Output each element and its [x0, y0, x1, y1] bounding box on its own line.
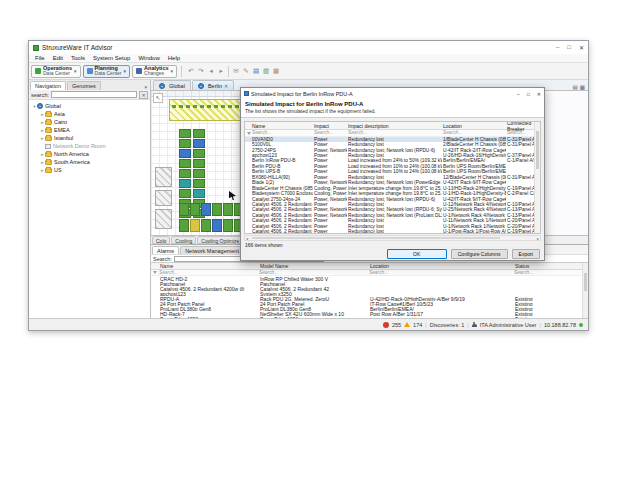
column-header-model-name[interactable]: Model Name: [258, 263, 368, 269]
column-filter[interactable]: Search...: [313, 130, 347, 135]
map-tab-colo[interactable]: Colo: [152, 236, 170, 244]
rack-block[interactable]: [193, 149, 205, 158]
column-header-location[interactable]: Location: [442, 123, 506, 129]
impact-row[interactable]: Catalyst 4506, 2 Redundant 4200w @PowerR…: [245, 224, 540, 229]
impact-row[interactable]: Catalyst 4506, 2 Redundant 4200w @Power,…: [245, 207, 540, 212]
mail-icon[interactable]: ✉: [231, 66, 241, 76]
column-header-name[interactable]: Name: [158, 263, 258, 269]
rack-block[interactable]: [179, 219, 189, 232]
impact-row[interactable]: Catalyst 4506, 2 Redundant 4200w @PowerR…: [245, 218, 540, 223]
rack-block[interactable]: [179, 159, 191, 168]
dialog-horizontal-scrollbar[interactable]: ◂▸: [244, 235, 541, 241]
tree-item-north-america[interactable]: ▸North America: [29, 150, 150, 158]
column-header-impact-description[interactable]: Impact description: [347, 123, 442, 129]
close-tab-icon[interactable]: ✕: [224, 83, 228, 89]
impact-row[interactable]: BladeCenter H Chassis (0852)Cooling, Pow…: [245, 185, 540, 190]
column-filter[interactable]: Search...: [157, 270, 257, 275]
tree-item-emea[interactable]: ▸EMEA: [29, 126, 150, 134]
rack-block[interactable]: [193, 129, 205, 138]
rack-block[interactable]: [193, 139, 205, 148]
column-filter[interactable]: Search...: [251, 130, 313, 135]
impact-row[interactable]: BX080-HILLA(90)PowerRedundancy lost12/Bl…: [245, 175, 540, 180]
minimize-icon[interactable]: –: [556, 44, 559, 51]
configure-columns-button[interactable]: Configure Columns: [451, 249, 508, 259]
impact-row[interactable]: 00VAND0PowerRedundancy lost1/BladeCenter…: [245, 137, 540, 142]
tree-item-istanbul[interactable]: ▸Istanbul: [29, 134, 150, 142]
undo-icon[interactable]: ↶: [186, 66, 196, 76]
impact-row[interactable]: Bladesystem C7000 EnclosureCooling, Powe…: [245, 191, 540, 196]
impact-row[interactable]: Berlin InRow PDU-BPowerLoad increased fr…: [245, 158, 540, 163]
impact-row[interactable]: Berlin PDU-BPowerLoad increased from 10%…: [245, 164, 540, 169]
maximize-icon[interactable]: □: [567, 44, 571, 51]
rack-block[interactable]: [223, 219, 233, 232]
impact-row[interactable]: Blade 1(2)Power, NetworkRedundancy lost;…: [245, 180, 540, 185]
dialog-minimize-icon[interactable]: –: [517, 91, 520, 97]
dialog-close-icon[interactable]: ✕: [537, 91, 541, 97]
dialog-table-scrollbar[interactable]: [534, 122, 540, 233]
column-filter[interactable]: Search...: [442, 130, 506, 135]
column-filter[interactable]: Search...: [512, 270, 572, 275]
tree-item-network-demo-room[interactable]: Network Demo Room: [29, 142, 150, 150]
redo-icon[interactable]: ↷: [196, 66, 206, 76]
ok-button[interactable]: OK: [387, 249, 447, 259]
tree-item-global[interactable]: ▾Global: [29, 102, 150, 110]
tree-item-cairo[interactable]: ▸Cairo: [29, 118, 150, 126]
close-icon[interactable]: ✕: [579, 44, 584, 51]
bottom-tab-network-management[interactable]: Network Management: [180, 246, 244, 254]
clear-search-button[interactable]: ✕: [139, 91, 148, 99]
column-filter[interactable]: Search...: [257, 270, 367, 275]
menu-item-tools[interactable]: Tools: [67, 55, 89, 61]
impact-row[interactable]: 2750-24PSPower, NetworkRedundancy lost; …: [245, 147, 540, 152]
rack-block[interactable]: [190, 203, 200, 216]
tree-item-asia[interactable]: ▸Asia: [29, 110, 150, 118]
bottom-tab-alarms[interactable]: Alarms: [152, 246, 179, 254]
tree-item-south-america[interactable]: ▸South America: [29, 158, 150, 166]
impact-row[interactable]: Berlin UPS-BPowerLoad increased from 10%…: [245, 169, 540, 174]
menu-item-file[interactable]: File: [31, 55, 49, 61]
rack-block[interactable]: [179, 149, 191, 158]
edit-icon[interactable]: ✎: [241, 66, 251, 76]
export-icon[interactable]: ▥: [261, 66, 271, 76]
back-icon[interactable]: ◂: [206, 66, 216, 76]
rack-block[interactable]: [223, 203, 233, 216]
tab-global[interactable]: Global: [153, 80, 191, 90]
dialog-maximize-icon[interactable]: □: [527, 91, 530, 97]
column-header-status[interactable]: Status: [513, 263, 573, 269]
rack-block[interactable]: [179, 139, 191, 148]
perspective-analytics[interactable]: AnalyticsChanges▾: [132, 65, 177, 78]
column-filter[interactable]: Search...: [367, 270, 512, 275]
layout-view-icon[interactable]: ▤: [573, 84, 578, 90]
column-filter[interactable]: Search...: [347, 130, 442, 135]
impact-row[interactable]: Catalyst 4506, 2 Redundant 4200w @PowerR…: [245, 229, 540, 234]
rack-block[interactable]: [179, 179, 191, 188]
rack-block[interactable]: [193, 179, 205, 188]
table-scrollbar[interactable]: [582, 263, 588, 318]
perspective-operations[interactable]: OperationsData Center▾: [31, 65, 81, 78]
sidebar-tab-navigation[interactable]: Navigation: [30, 81, 66, 90]
map-tab-cooling-optimize[interactable]: Cooling Optimize: [197, 236, 243, 244]
impact-row[interactable]: Catalyst 4506, 2 Redundant 4200w @PowerR…: [245, 202, 540, 207]
impact-row[interactable]: apchost123PowerRedundancy lostU-26/HD-Ra…: [245, 153, 540, 158]
column-filter[interactable]: Search...: [506, 130, 536, 135]
menu-item-edit[interactable]: Edit: [49, 55, 67, 61]
tree-item-us[interactable]: ▸US: [29, 166, 150, 174]
copy-icon[interactable]: ▤: [251, 66, 261, 76]
impact-row[interactable]: 5100V0LPowerRedundancy lost2/BladeCenter…: [245, 142, 540, 147]
grid-icon[interactable]: ▦: [271, 66, 281, 76]
column-header-name[interactable]: Name: [251, 123, 313, 129]
rack-block[interactable]: [193, 159, 205, 168]
rack-block[interactable]: [212, 219, 222, 232]
search-input[interactable]: [51, 91, 137, 98]
rack-block[interactable]: [193, 189, 205, 198]
grid-view-icon[interactable]: ▦: [580, 84, 585, 90]
menu-item-window[interactable]: Window: [134, 55, 163, 61]
impact-row[interactable]: Catalyst 4506, 2 Redundant 4200w @Power,…: [245, 213, 540, 218]
perspective-planning[interactable]: PlanningData Center▾: [83, 65, 130, 78]
column-header-location[interactable]: Location: [368, 263, 513, 269]
tab-berlin[interactable]: Berlin✕: [192, 80, 234, 90]
sidebar-tab-genomes[interactable]: Genomes: [67, 81, 101, 90]
rack-block[interactable]: [201, 203, 211, 216]
rack-block[interactable]: [179, 203, 189, 216]
rack-block[interactable]: [193, 169, 205, 178]
map-tab-cooling[interactable]: Cooling: [171, 236, 196, 244]
